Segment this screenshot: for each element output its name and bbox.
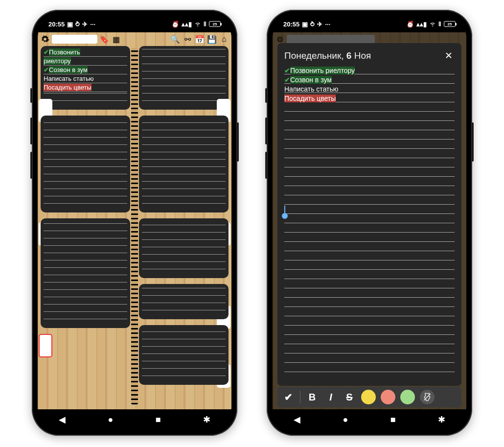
status-time: 20:55	[48, 21, 65, 28]
signal-icon: ▴▴▮	[416, 21, 427, 28]
home-icon[interactable]: ⌂	[219, 34, 229, 45]
calendar-icon[interactable]: 📅	[194, 34, 205, 45]
italic-button[interactable]: I	[324, 392, 338, 403]
android-navbar: ◀ ● ■ ✱	[273, 409, 466, 430]
wifi-icon	[429, 21, 436, 27]
day-editor-panel: Понедельник, 6 Ноя ✕ ✔Позвонить риелтору…	[277, 43, 461, 386]
day-tab-current[interactable]	[39, 334, 52, 357]
editor-title: Понедельник, 6 Ноя	[284, 50, 371, 61]
status-icon-send: ✈	[317, 21, 322, 28]
nav-back[interactable]: ◀	[59, 414, 66, 425]
highlight-yellow[interactable]	[361, 390, 376, 404]
day-card[interactable]	[139, 116, 229, 212]
checkmark-icon: ✔	[284, 76, 290, 84]
task-row[interactable]: Посадить цветы	[44, 83, 127, 92]
right-column	[139, 46, 229, 406]
task-row[interactable]: ✔Позвонить	[44, 48, 127, 57]
phone-right: 20:55 ▣ ⥁ ✈ ··· ⏰ ▴▴▮ ⫴ 25 ⚙ Понедельник…	[267, 10, 472, 436]
battery-indicator: 25	[209, 21, 221, 27]
android-navbar: ◀ ● ■ ✱	[38, 409, 231, 430]
task-row[interactable]: ✔Созвон в зум	[284, 75, 455, 85]
day-card[interactable]	[139, 46, 229, 110]
format-toolbar: ✔ B I S	[277, 387, 461, 407]
status-icon-sync: ⥁	[310, 21, 315, 28]
search-field[interactable]	[52, 35, 97, 44]
battery-indicator: 25	[444, 21, 456, 27]
status-icon-app: ▣	[302, 21, 308, 28]
vibrate-icon: ⫴	[204, 20, 206, 28]
settings-icon[interactable]	[40, 34, 50, 45]
day-card[interactable]	[139, 284, 229, 319]
app-toolbar: 🔖 ▦ 🔍 ⚯ 📅 💾 ⌂	[38, 32, 231, 46]
clear-highlight-icon[interactable]	[420, 390, 435, 404]
text-cursor	[284, 206, 285, 215]
day-card[interactable]	[139, 218, 229, 278]
task-row[interactable]: Написать статью	[44, 74, 127, 83]
status-icon-app: ▣	[67, 21, 73, 28]
editor-header: Понедельник, 6 Ноя ✕	[284, 48, 455, 63]
checkmark-icon: ✔	[284, 67, 290, 74]
task-row[interactable]: риелтору	[44, 57, 127, 66]
bookmark-icon[interactable]: 🔖	[99, 34, 110, 45]
week-pages: ✔Позвонить риелтору ✔Созвон в зум Написа…	[38, 46, 231, 409]
nav-back[interactable]: ◀	[294, 414, 300, 425]
status-icon-more: ···	[325, 21, 330, 28]
planner-week-view: 🔖 ▦ 🔍 ⚯ 📅 💾 ⌂ ✔Позвонить риелтору ✔Созво…	[38, 32, 231, 409]
bold-button[interactable]: B	[305, 392, 319, 403]
status-icon-sync: ⥁	[75, 21, 80, 28]
nav-accessibility[interactable]: ✱	[203, 414, 210, 425]
signal-icon: ▴▴▮	[182, 21, 192, 28]
link-icon[interactable]: ⚯	[182, 34, 193, 45]
day-card-mon[interactable]: ✔Позвонить риелтору ✔Созвон в зум Написа…	[41, 46, 130, 110]
nav-recent[interactable]: ■	[156, 415, 161, 425]
task-row[interactable]: Написать статью	[284, 85, 455, 94]
task-row[interactable]: Посадить цветы	[284, 94, 455, 103]
task-row[interactable]: ✔Созвон в зум	[44, 66, 127, 74]
nav-accessibility[interactable]: ✱	[438, 414, 445, 425]
editor-body[interactable]: ✔Позвонить риелтору ✔Созвон в зум Написа…	[284, 66, 455, 381]
nav-home[interactable]: ●	[108, 415, 113, 425]
status-icon-more: ···	[90, 21, 95, 28]
save-icon[interactable]: 💾	[206, 34, 217, 45]
search-icon[interactable]: 🔍	[170, 34, 181, 45]
status-icon-send: ✈	[82, 21, 88, 28]
task-row[interactable]: ✔Позвонить риелтору	[284, 66, 455, 75]
checkmark-icon: ✔	[44, 48, 49, 56]
vibrate-icon: ⫴	[438, 20, 441, 28]
highlight-red[interactable]	[381, 390, 395, 404]
phone-left: 20:55 ▣ ⥁ ✈ ··· ⏰ ▴▴▮ ⫴ 25 🔖 ▦ 🔍	[32, 10, 237, 436]
template-icon[interactable]: ▦	[111, 34, 122, 45]
highlight-green[interactable]	[400, 390, 415, 404]
day-card[interactable]	[41, 116, 130, 212]
checkmark-icon: ✔	[44, 66, 49, 73]
notebook-spine	[131, 48, 138, 404]
close-icon[interactable]: ✕	[443, 48, 455, 63]
strike-button[interactable]: S	[343, 392, 356, 403]
nav-recent[interactable]: ■	[390, 415, 396, 425]
status-time: 20:55	[283, 21, 299, 28]
nav-home[interactable]: ●	[343, 415, 348, 425]
left-column: ✔Позвонить риелтору ✔Созвон в зум Написа…	[41, 46, 130, 406]
day-card[interactable]	[139, 325, 229, 385]
wifi-icon	[194, 21, 201, 27]
done-check-button[interactable]: ✔	[281, 391, 295, 403]
day-card[interactable]	[41, 218, 130, 328]
